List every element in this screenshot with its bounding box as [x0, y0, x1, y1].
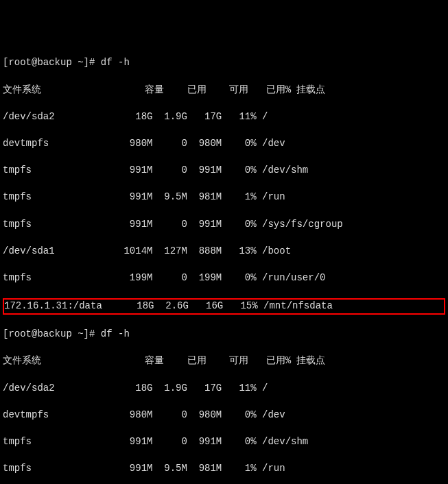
df-row: devtmpfs 980M 0 980M 0% /dev: [3, 409, 445, 422]
df-row: tmpfs 991M 9.5M 981M 1% /run: [3, 462, 445, 476]
df-row: tmpfs 199M 0 199M 0% /run/user/0: [3, 271, 445, 285]
df-row: tmpfs 991M 0 991M 0% /sys/fs/cgroup: [3, 218, 445, 232]
df-row: /dev/sda1 1014M 127M 888M 13% /boot: [3, 245, 445, 258]
df-row: tmpfs 991M 9.5M 981M 1% /run: [3, 191, 445, 204]
prompt-line: [root@backup ~]# df -h: [3, 56, 445, 70]
df-row: devtmpfs 980M 0 980M 0% /dev: [3, 137, 445, 151]
df-row: /dev/sda2 18G 1.9G 17G 11% /: [3, 382, 445, 396]
prompt-line: [root@backup ~]# df -h: [3, 328, 445, 341]
highlight-box: 172.16.1.31:/data 18G 2.6G 16G 15% /mnt/…: [3, 298, 445, 315]
df-header: 文件系统 容量 已用 可用 已用% 挂载点: [3, 84, 445, 97]
df-row: tmpfs 991M 0 991M 0% /dev/shm: [3, 164, 445, 178]
df-row: 172.16.1.31:/data 18G 2.6G 16G 15% /mnt/…: [4, 300, 444, 313]
df-row: /dev/sda2 18G 1.9G 17G 11% /: [3, 110, 445, 124]
df-header: 文件系统 容量 已用 可用 已用% 挂载点: [3, 354, 445, 368]
df-row: tmpfs 991M 0 991M 0% /dev/shm: [3, 435, 445, 449]
